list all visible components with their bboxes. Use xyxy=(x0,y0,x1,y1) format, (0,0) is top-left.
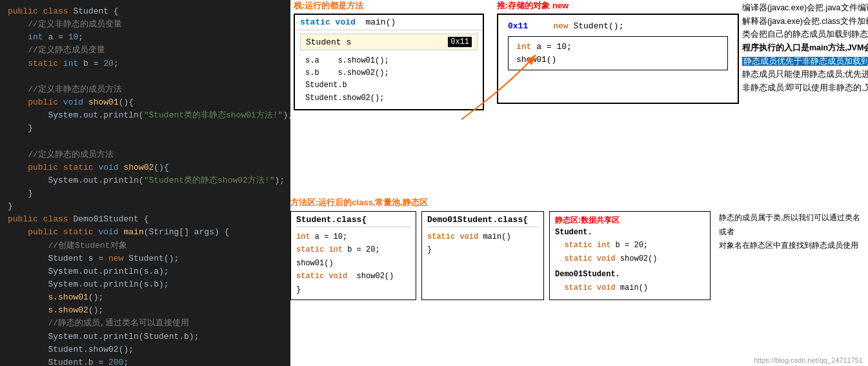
stack-main-method: static void main() xyxy=(295,15,483,30)
desc-line7: 非静态成员:即可以使用非静态的,又可以使用的静态的 xyxy=(742,81,868,95)
heap-inner-line2: show01() xyxy=(516,55,720,65)
code-line-25: //静态的成员,通过类名可以直接使用 xyxy=(8,317,283,330)
heap-new-kw: new xyxy=(553,21,568,31)
bottom-section: 方法区:运行后的class,常量池,静态区 Student.class{ int… xyxy=(290,197,868,300)
stack-student-row: Student s 0x11 xyxy=(300,34,478,50)
left-code-panel: public class Student { //定义非静态的成员变量 int … xyxy=(0,0,290,366)
code-line-7: //定义非静态的成员方法 xyxy=(8,83,283,96)
code-line-28: Student.b = 200; xyxy=(8,356,283,366)
code-line-17: public class Demo01Student { xyxy=(8,213,283,226)
stack-line-1: s.a s.show01(); xyxy=(305,55,472,67)
code-line-8: public void show01(){ xyxy=(8,96,283,109)
sc-line5: } xyxy=(296,283,410,296)
desc-line4: 程序执行的入口是main方法,JVM会在静态区中复制一份main方法,让main… xyxy=(742,41,868,55)
desc-line5: 静态成员优先于非静态成员加载到内存中 静态先进入到方法区,非静态创建对象进入到堆 xyxy=(742,55,868,68)
desc-line3: 类会把自己的静态成员加载到静态区中 xyxy=(742,28,868,41)
stack-label: 栈:运行的都是方法 xyxy=(294,0,494,12)
code-line-20: Student s = new Student(); xyxy=(8,252,283,265)
desc-right-line1: 静态的成员属于类,所以我们可以通过类名或者 xyxy=(719,211,868,239)
student-class-box: Student.class{ int a = 10; static int b … xyxy=(290,211,416,300)
stack-line-4: Student.show02(); xyxy=(305,92,472,105)
dc-line1: static void main() xyxy=(427,230,538,243)
code-line-empty2 xyxy=(8,135,283,148)
desc-line2: 解释器(java.exe)会把.class文件加载到内存的方法区中 xyxy=(742,15,868,28)
desc-highlight: 静态成员优先于非静态成员加载到内存中 xyxy=(742,57,868,66)
code-line-16: } xyxy=(8,200,283,213)
stack-main-keyword: static void xyxy=(300,17,356,27)
right-panel: 栈:运行的都是方法 static void main() Student s 0… xyxy=(290,0,868,366)
code-line-24: s.show02(); xyxy=(8,304,283,317)
sa-line1: static int b = 20; xyxy=(555,239,705,252)
sa-demo-label: Demo01Student. xyxy=(555,268,705,281)
static-area-content: Student. static int b = 20; static void … xyxy=(555,226,705,294)
heap-inner: int a = 10; show01() xyxy=(508,36,728,70)
code-line-26: System.out.println(Student.b); xyxy=(8,330,283,343)
code-line-2: //定义非静态的成员变量 xyxy=(8,18,283,31)
stack-line-2: s.b s.show02(); xyxy=(305,67,472,79)
desc-line6: 静态成员只能使用静态成员;优先进入到内存中 xyxy=(742,68,868,81)
desc-right-line2: 对象名在静态区中直接找到静态成员使用 xyxy=(719,239,868,253)
code-line-22: System.out.println(s.b); xyxy=(8,278,283,291)
dc-line2: } xyxy=(427,243,538,256)
sa-demo-line1: static void main() xyxy=(555,281,705,294)
demo-class-box: Demo01Student.class{ static void main() … xyxy=(421,211,544,300)
stack-box: static void main() Student s 0x11 s.a s.… xyxy=(294,14,484,110)
sc-line3: show01() xyxy=(296,257,410,270)
code-line-12: //定义静态的成员方法 xyxy=(8,148,283,161)
code-line-19: //创建Student对象 xyxy=(8,239,283,252)
code-line-1: public class Student { xyxy=(8,5,283,18)
desc-line1: 编译器(javac.exe)会把.java文件编译生成.class文件 xyxy=(742,1,868,15)
sa-line2: static void show02() xyxy=(555,252,705,265)
code-line-14: System.out.println("Student类的静态show02方法!… xyxy=(8,174,283,187)
desc-bottom-right: 静态的成员属于类,所以我们可以通过类名或者 对象名在静态区中直接找到静态成员使用 xyxy=(716,211,868,300)
heap-box: 0x11 new Student(); int a = 10; show01() xyxy=(497,14,739,104)
desc-upper: 编译器(javac.exe)会把.java文件编译生成.class文件 解释器(… xyxy=(742,1,868,94)
code-line-empty1 xyxy=(8,70,283,83)
code-line-23: s.show01(); xyxy=(8,291,283,304)
method-area-label: 方法区:运行后的class,常量池,静态区 xyxy=(290,197,868,208)
heap-address: 0x11 xyxy=(508,21,528,31)
sc-line4: static void show02() xyxy=(296,270,410,283)
stack-hex: 0x11 xyxy=(448,37,472,47)
stack-section: 栈:运行的都是方法 static void main() Student s 0… xyxy=(294,0,494,110)
csdn-watermark: https://blog.csdn.net/qq_24711751 xyxy=(754,356,863,364)
code-line-18: public static void main(String[] args) { xyxy=(8,226,283,239)
main-container: public class Student { //定义非静态的成员变量 int … xyxy=(0,0,868,366)
sc-line1: int a = 10; xyxy=(296,230,410,243)
demo-class-code: static void main() } xyxy=(427,230,538,257)
code-line-21: System.out.println(s.a); xyxy=(8,265,283,278)
static-area-label: 静态区:数据共享区 xyxy=(555,215,705,226)
sc-line2: static int b = 20; xyxy=(296,243,410,256)
stack-inner-lines: s.a s.show01(); s.b s.show02(); Student.… xyxy=(300,54,478,106)
code-line-3: int a = 10; xyxy=(8,31,283,44)
student-class-title: Student.class{ xyxy=(296,215,410,227)
stack-line-3: Student.b xyxy=(305,79,472,92)
bottom-boxes: Student.class{ int a = 10; static int b … xyxy=(290,211,868,300)
code-line-10: } xyxy=(8,122,283,135)
code-line-27: Student.show02(); xyxy=(8,343,283,356)
stack-main-name: main() xyxy=(361,17,396,27)
sa-student-label: Student. xyxy=(555,226,705,239)
code-line-5: static int b = 20; xyxy=(8,57,283,70)
heap-section: 推:存储的对象 new 0x11 new Student(); int a = … xyxy=(497,0,739,104)
static-area-box: 静态区:数据共享区 Student. static int b = 20; st… xyxy=(549,211,711,300)
code-line-15: } xyxy=(8,187,283,200)
heap-inner-line1: int a = 10; xyxy=(516,42,720,52)
stack-content: Student s 0x11 s.a s.show01(); s.b s.sho… xyxy=(295,30,483,109)
code-line-13: public static void show02(){ xyxy=(8,161,283,174)
code-line-4: //定义静态成员变量 xyxy=(8,44,283,57)
demo-class-title: Demo01Student.class{ xyxy=(427,215,538,227)
student-class-code: int a = 10; static int b = 20; show01() … xyxy=(296,230,410,296)
heap-new-line: 0x11 new Student(); xyxy=(508,21,728,31)
code-line-9: System.out.println("Student类的非静态show01方法… xyxy=(8,109,283,122)
heap-new-code: Student(); xyxy=(573,21,623,31)
stack-student-var: Student s xyxy=(306,37,351,47)
heap-label: 推:存储的对象 new xyxy=(497,0,739,12)
